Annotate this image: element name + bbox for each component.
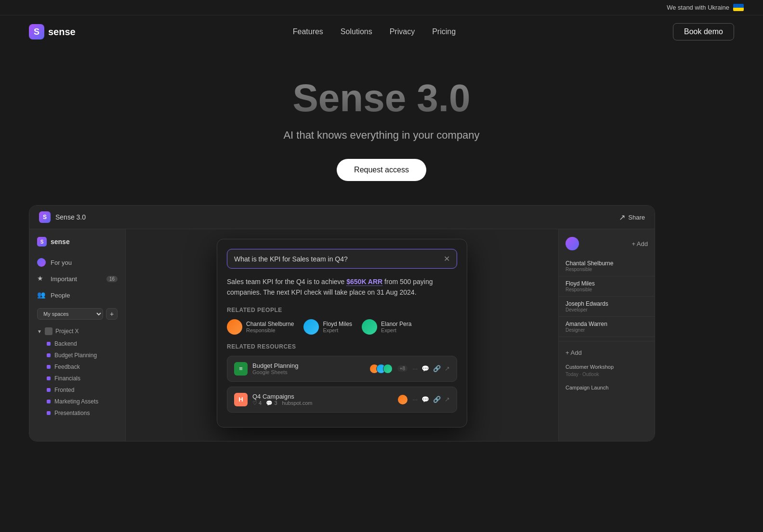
right-panel-person-joseph[interactable]: Joseph Edwards Developer bbox=[559, 297, 655, 317]
project-child-backend[interactable]: Backend bbox=[29, 338, 125, 350]
project-child-financials[interactable]: Financials bbox=[29, 373, 125, 384]
resource-actions-q4: ··· 💬 🔗 ↗ bbox=[412, 396, 450, 403]
brand-name: sense bbox=[48, 26, 76, 38]
child-dot-icon bbox=[47, 411, 51, 415]
event-customer-workshop[interactable]: Customer Workshop bbox=[566, 364, 648, 370]
project-name: Project X bbox=[55, 328, 79, 335]
hero-subtitle: AI that knows everything in your company bbox=[10, 129, 753, 142]
nav-features[interactable]: Features bbox=[293, 27, 323, 36]
project-child-presentations[interactable]: Presentations bbox=[29, 407, 125, 419]
resource-card-budget[interactable]: ≡ Budget Planning Google Sheets +8 bbox=[227, 356, 457, 382]
related-people: Chantal Shelburne Responsible Floyd Mile… bbox=[227, 319, 457, 335]
right-panel-events2: Campaign Launch bbox=[559, 381, 655, 396]
sidebar-item-important[interactable]: ★ Important 16 bbox=[29, 271, 125, 287]
child-label-marketing: Marketing Assets bbox=[54, 398, 98, 405]
right-panel-divider bbox=[559, 341, 655, 341]
sidebar-logo-icon: S bbox=[37, 237, 47, 247]
rp-role-floyd: Responsible bbox=[566, 287, 648, 292]
ai-search-bar[interactable]: ✕ bbox=[227, 249, 457, 269]
right-panel-header: + Add bbox=[559, 235, 655, 256]
project-child-marketing[interactable]: Marketing Assets bbox=[29, 396, 125, 407]
share-button[interactable]: ↗ Share bbox=[619, 213, 645, 222]
nav-logo[interactable]: S sense bbox=[29, 24, 76, 39]
nav-solutions[interactable]: Solutions bbox=[341, 27, 372, 36]
important-badge: 16 bbox=[106, 276, 118, 282]
rp-name-floyd: Floyd Miles bbox=[566, 280, 648, 287]
ukraine-text: We stand with Ukraine bbox=[667, 4, 729, 11]
child-label-budget: Budget Planning bbox=[54, 352, 97, 359]
child-label-feedback: Feedback bbox=[54, 363, 80, 370]
project-header[interactable]: ▼ Project X bbox=[29, 324, 125, 338]
resource-expand-button[interactable]: ↗ bbox=[445, 365, 450, 372]
resource-card-q4[interactable]: H Q4 Campaigns ♡ 4 💬 3 hubspot.com bbox=[227, 387, 457, 413]
sidebar-item-people[interactable]: 👥 People bbox=[29, 287, 125, 303]
resource-name-q4: Q4 Campaigns bbox=[252, 393, 313, 400]
project-child-feedback[interactable]: Feedback bbox=[29, 361, 125, 373]
sidebar-item-for-you[interactable]: For you bbox=[29, 254, 125, 271]
project-tree: ▼ Project X Backend Budget Planning Feed… bbox=[29, 323, 125, 421]
child-label-financials: Financials bbox=[54, 375, 80, 382]
share-icon: ↗ bbox=[619, 213, 625, 222]
right-panel-add-row2: + Add bbox=[559, 345, 655, 360]
add-button-right2[interactable]: + Add bbox=[566, 349, 582, 356]
person-avatar-elanor bbox=[362, 319, 377, 335]
resource-info-budget: Budget Planning Google Sheets bbox=[252, 362, 298, 375]
rp-name-chantal: Chantal Shelburne bbox=[566, 260, 648, 267]
rp-name-amanda: Amanda Warren bbox=[566, 321, 648, 327]
child-label-backend: Backend bbox=[54, 340, 77, 347]
app-titlebar: S Sense 3.0 ↗ Share bbox=[29, 206, 655, 229]
highlight-kpi: $650K ARR bbox=[346, 278, 382, 286]
resource-link-q4-button[interactable]: 🔗 bbox=[433, 396, 441, 403]
app-titlebar-left: S Sense 3.0 bbox=[39, 211, 86, 223]
child-dot-icon bbox=[47, 353, 51, 357]
resource-meta-q4: ··· 💬 🔗 ↗ bbox=[398, 395, 450, 404]
resource-more-button[interactable]: ··· bbox=[412, 365, 418, 372]
ai-close-button[interactable]: ✕ bbox=[444, 254, 450, 263]
rp-name-joseph: Joseph Edwards bbox=[566, 300, 648, 307]
spaces-add-button[interactable]: + bbox=[106, 308, 118, 320]
spaces-select[interactable]: My spaces bbox=[37, 308, 103, 320]
resource-info-q4: Q4 Campaigns ♡ 4 💬 3 hubspot.com bbox=[252, 393, 313, 406]
resource-likes: ♡ 4 💬 3 bbox=[252, 400, 277, 406]
right-panel-person-floyd[interactable]: Floyd Miles Responsible bbox=[559, 276, 655, 297]
person-card-elanor[interactable]: Elanor Pera Expert bbox=[362, 319, 411, 335]
resource-actions-budget: ··· 💬 🔗 ↗ bbox=[412, 365, 450, 372]
resource-link-button[interactable]: 🔗 bbox=[433, 365, 441, 372]
ai-search-input[interactable] bbox=[234, 255, 439, 263]
event-campaign-launch[interactable]: Campaign Launch bbox=[566, 385, 648, 390]
book-demo-button[interactable]: Book demo bbox=[673, 23, 734, 40]
resource-left-q4: H Q4 Campaigns ♡ 4 💬 3 hubspot.com bbox=[234, 393, 313, 406]
project-child-budget[interactable]: Budget Planning bbox=[29, 350, 125, 361]
resource-comment-button[interactable]: 💬 bbox=[421, 365, 429, 372]
add-button-right[interactable]: + Add bbox=[631, 240, 648, 247]
person-info-floyd: Floyd Miles Expert bbox=[323, 321, 352, 333]
sheets-icon: ≡ bbox=[234, 362, 248, 376]
person-card-floyd[interactable]: Floyd Miles Expert bbox=[303, 319, 352, 335]
resource-comment-q4-button[interactable]: 💬 bbox=[421, 396, 429, 403]
hero-section: Sense 3.0 AI that knows everything in yo… bbox=[0, 48, 763, 205]
child-label-presentations: Presentations bbox=[54, 410, 90, 416]
child-dot-icon bbox=[47, 342, 51, 346]
right-panel-person-chantal[interactable]: Chantal Shelburne Responsible bbox=[559, 256, 655, 276]
child-label-fronted: Fronted bbox=[54, 387, 74, 393]
project-child-fronted[interactable]: Fronted bbox=[29, 384, 125, 396]
nav-privacy[interactable]: Privacy bbox=[390, 27, 415, 36]
user-avatar-icon bbox=[37, 258, 46, 267]
person-card-chantal[interactable]: Chantal Shelburne Responsible bbox=[227, 319, 294, 335]
child-dot-icon bbox=[47, 388, 51, 392]
resource-more-q4-button[interactable]: ··· bbox=[412, 396, 418, 403]
app-body: S sense For you ★ Important 16 👥 People … bbox=[29, 229, 655, 441]
project-folder-icon bbox=[45, 327, 53, 335]
nav-pricing[interactable]: Pricing bbox=[432, 27, 456, 36]
right-panel-person-amanda[interactable]: Amanda Warren Designer bbox=[559, 317, 655, 337]
nav-links: Features Solutions Privacy Pricing bbox=[293, 27, 456, 36]
top-banner: We stand with Ukraine bbox=[0, 0, 763, 15]
res-av-3 bbox=[383, 364, 393, 374]
person-role-chantal: Responsible bbox=[246, 327, 294, 333]
person-name-floyd: Floyd Miles bbox=[323, 321, 352, 327]
people-icon: 👥 bbox=[37, 291, 46, 299]
request-access-button[interactable]: Request access bbox=[337, 159, 426, 181]
person-avatar-chantal bbox=[227, 319, 242, 335]
star-icon: ★ bbox=[37, 274, 46, 283]
resource-expand-q4-button[interactable]: ↗ bbox=[445, 396, 450, 403]
